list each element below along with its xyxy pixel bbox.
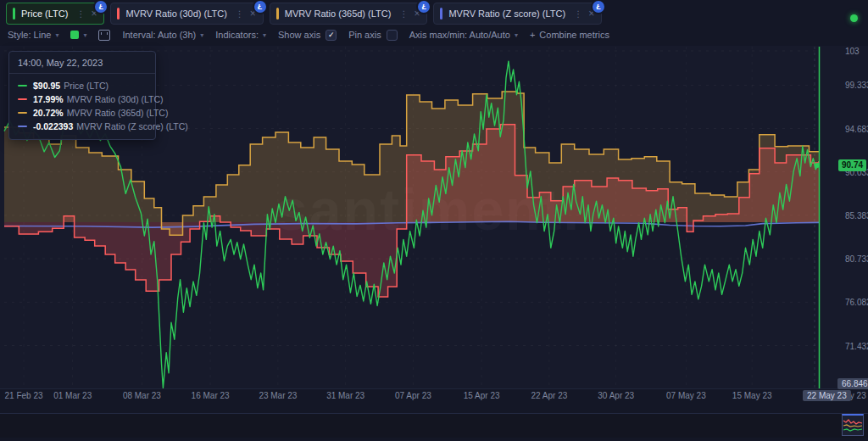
metric-tab-3[interactable]: MVRV Ratio (Z score) (LTC)⋮×Ł <box>433 3 602 25</box>
y-axis-label: 76.082 <box>845 298 868 307</box>
tab-color-strip <box>440 8 442 20</box>
x-axis-label: 16 Mar 23 <box>192 391 230 400</box>
timeline-minimap[interactable] <box>0 413 868 438</box>
tooltip-label: MVRV Ratio (Z score) (LTC) <box>76 121 187 131</box>
show-axis-toggle[interactable]: Show axis ✓ <box>278 30 337 41</box>
tab-label: MVRV Ratio (Z score) (LTC) <box>448 8 565 19</box>
tooltip-datetime: 14:00, May 22, 2023 <box>9 52 155 74</box>
tab-menu-icon[interactable]: ⋮ <box>574 9 582 19</box>
crosshair-x-badge: 22 May 23 <box>803 390 851 401</box>
live-status-icon <box>850 14 858 22</box>
chart-app-window: Price (LTC)⋮×ŁMVRV Ratio (30d) (LTC)⋮×ŁM… <box>0 0 868 441</box>
y-axis-label: 103 <box>845 47 860 56</box>
metric-tab-0[interactable]: Price (LTC)⋮×Ł <box>6 3 104 25</box>
metric-tab-2[interactable]: MVRV Ratio (365d) (LTC)⋮×Ł <box>270 3 428 25</box>
x-axis-label: 01 Mar 23 <box>53 391 92 400</box>
tooltip-row: $90.95Price (LTC) <box>9 79 155 92</box>
x-axis-label: 15 May 23 <box>732 391 772 400</box>
tab-color-strip <box>13 8 15 20</box>
pin-axis-toggle[interactable]: Pin axis <box>348 30 398 41</box>
tab-label: Price (LTC) <box>21 8 68 19</box>
y-axis-label: 94.683 <box>845 125 868 134</box>
color-picker[interactable]: ▾ <box>70 31 86 39</box>
tooltip-value: -0.022393 <box>33 121 73 131</box>
pin-axis-checkbox[interactable] <box>387 30 398 41</box>
show-axis-checkbox[interactable]: ✓ <box>326 30 337 41</box>
crosshair-y-badge: 66.846 <box>837 378 868 389</box>
tooltip-row: 20.72%MVRV Ratio (365d) (LTC) <box>9 106 155 120</box>
tab-color-strip <box>276 8 279 20</box>
y-axis-label: 85.383 <box>845 211 868 220</box>
tooltip-row: 17.99%MVRV Ratio (30d) (LTC) <box>9 92 155 106</box>
tooltip-row: -0.022393MVRV Ratio (Z score) (LTC) <box>9 120 155 133</box>
chevron-down-icon: ▾ <box>83 31 86 39</box>
combine-metrics-button[interactable]: + Combine metrics <box>530 30 609 40</box>
style-dropdown[interactable]: Style: Line ▾ <box>8 30 58 40</box>
x-axis-label: 15 Apr 23 <box>464 391 500 400</box>
tab-label: MVRV Ratio (365d) (LTC) <box>285 8 392 19</box>
tooltip-value: 17.99% <box>33 94 64 104</box>
axis-maxmin-label: Axis max/min: Auto/Auto <box>409 30 510 40</box>
show-axis-label: Show axis <box>278 30 320 40</box>
x-axis-label: 22 Apr 23 <box>531 391 568 400</box>
x-axis-label: 07 Apr 23 <box>395 391 431 400</box>
series-dash-icon <box>18 126 27 127</box>
tab-color-strip <box>117 8 120 20</box>
combine-metrics-label: Combine metrics <box>539 30 609 40</box>
hover-tooltip: 14:00, May 22, 2023 $90.95Price (LTC)17.… <box>8 51 156 140</box>
indicators-dropdown[interactable]: Indicators: ▾ <box>215 30 266 40</box>
tab-menu-icon[interactable]: ⋮ <box>236 9 244 19</box>
indicators-label: Indicators: <box>215 30 259 40</box>
x-axis-label: 23 Mar 23 <box>259 391 297 400</box>
tab-menu-icon[interactable]: ⋮ <box>399 9 408 19</box>
tab-label: MVRV Ratio (30d) (LTC) <box>125 8 226 19</box>
series-dash-icon <box>18 85 27 87</box>
y-axis-label: 71.432 <box>845 342 868 351</box>
chevron-down-icon: ▾ <box>55 31 58 39</box>
tooltip-label: Price (LTC) <box>64 81 108 91</box>
last-price-badge: 90.74 <box>838 159 866 171</box>
pin-axis-label: Pin axis <box>348 30 381 40</box>
x-axis-label: 08 Mar 23 <box>123 391 161 400</box>
minimap-drag-handle[interactable] <box>842 414 864 436</box>
tooltip-value: 20.72% <box>33 108 64 118</box>
chevron-down-icon: ▾ <box>515 31 518 39</box>
chevron-down-icon: ▾ <box>200 31 203 39</box>
litecoin-badge-icon: Ł <box>416 0 431 14</box>
tab-menu-icon[interactable]: ⋮ <box>76 9 85 19</box>
color-swatch <box>70 31 79 39</box>
tooltip-label: MVRV Ratio (30d) (LTC) <box>67 94 164 104</box>
litecoin-badge-icon: Ł <box>253 0 268 14</box>
tab-bar: Price (LTC)⋮×ŁMVRV Ratio (30d) (LTC)⋮×ŁM… <box>0 0 868 24</box>
metric-tab-1[interactable]: MVRV Ratio (30d) (LTC)⋮×Ł <box>110 3 263 25</box>
x-axis-label: 07 May 23 <box>666 391 706 400</box>
axis-format-icon <box>98 30 110 41</box>
plus-icon: + <box>530 30 535 40</box>
style-label: Style: Line <box>8 30 51 40</box>
axis-format-button[interactable] <box>98 30 110 41</box>
minimap-preview-icon <box>843 416 863 434</box>
chart-toolbar: Style: Line ▾ ▾ Interval: Auto (3h) ▾ In… <box>0 24 868 46</box>
tooltip-value: $90.95 <box>33 81 60 91</box>
interval-dropdown[interactable]: Interval: Auto (3h) ▾ <box>122 30 203 40</box>
tooltip-label: MVRV Ratio (365d) (LTC) <box>67 108 169 118</box>
series-dash-icon <box>18 112 27 114</box>
litecoin-badge-icon: Ł <box>93 0 108 14</box>
litecoin-badge-icon: Ł <box>591 0 606 14</box>
interval-label: Interval: Auto (3h) <box>122 30 196 40</box>
x-axis-label: 21 Feb 23 <box>5 391 43 400</box>
x-axis-label: 31 Mar 23 <box>326 391 364 400</box>
x-axis-label: 30 Apr 23 <box>598 391 634 400</box>
y-axis-label: 99.333 <box>845 81 868 90</box>
axis-maxmin-dropdown[interactable]: Axis max/min: Auto/Auto ▾ <box>409 30 518 40</box>
y-axis-label: 80.733 <box>845 254 868 264</box>
chevron-down-icon: ▾ <box>263 31 266 39</box>
series-dash-icon <box>18 98 27 100</box>
